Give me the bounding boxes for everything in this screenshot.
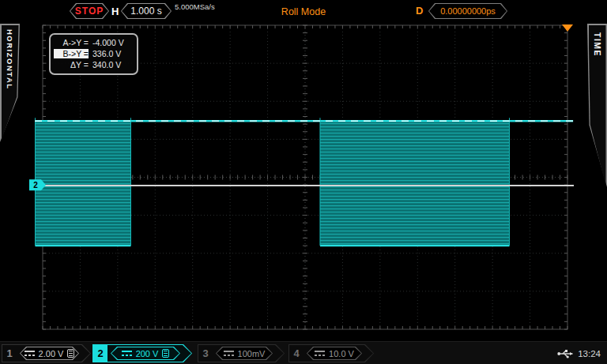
top-status-bar: STOP H 1.000 s 5.000MSa/s Roll Mode D 0.… bbox=[0, 0, 607, 23]
channel-4-indicator[interactable]: 4 10.0 V bbox=[288, 344, 374, 362]
usb-icon bbox=[557, 349, 575, 358]
trigger-position-icon[interactable] bbox=[562, 24, 573, 32]
channel-3-scale: 100mV bbox=[238, 349, 266, 358]
clock: 13:24 bbox=[578, 349, 601, 358]
channel-2-scale-box: 200 V bbox=[111, 347, 180, 360]
channel-3-indicator[interactable]: 3 100mV bbox=[198, 344, 285, 362]
channel-1-indicator[interactable]: 1 2.00 V bbox=[2, 344, 91, 362]
cursor-a-label: A->Y = bbox=[54, 38, 89, 47]
channel-4-number: 4 bbox=[289, 347, 304, 359]
oscilloscope-screen: 2 STOP H 1.000 s 5.000MSa/s Roll Mode D … bbox=[0, 0, 607, 364]
cursor-readout-box[interactable]: A->Y = -4.000 V B->Y = 336.0 V ΔY = 340.… bbox=[49, 33, 138, 75]
bw-limit-icon bbox=[67, 349, 74, 358]
dc-coupling-icon bbox=[315, 350, 325, 357]
channel-status-bar: 1 2.00 V 2 200 V bbox=[0, 341, 607, 364]
dc-coupling-icon bbox=[224, 350, 234, 357]
cursor-delta-label: ΔY = bbox=[54, 60, 89, 69]
channel-4-scale-box: 10.0 V bbox=[307, 347, 362, 360]
channel-2-indicator[interactable]: 2 200 V bbox=[92, 344, 192, 362]
channel-1-body: 1 2.00 V bbox=[2, 345, 90, 362]
tab-horizontal-label: HORIZONTAL bbox=[6, 29, 14, 90]
channel-1-scale-box: 2.00 V bbox=[20, 347, 79, 360]
channel-2-scale: 200 V bbox=[136, 349, 159, 358]
status-area: 13:24 bbox=[557, 342, 601, 364]
channel-1-scale: 2.00 V bbox=[39, 349, 64, 358]
cursor-a-value: -4.000 V bbox=[92, 38, 124, 47]
channel-1-number: 1 bbox=[2, 347, 17, 359]
channel-4-scale: 10.0 V bbox=[329, 349, 354, 358]
delay-d-label: D bbox=[416, 5, 423, 17]
dc-coupling-icon bbox=[122, 350, 132, 357]
trigger-delay-box[interactable]: 0.00000000ps bbox=[428, 3, 507, 19]
cursor-row-b: B->Y = 336.0 V bbox=[54, 48, 134, 59]
cursor-b-label: B->Y = bbox=[54, 49, 89, 58]
tab-horizontal[interactable]: HORIZONTAL bbox=[0, 24, 20, 142]
channel-4-body: 4 10.0 V bbox=[289, 345, 373, 362]
trigger-delay-value: 0.00000000ps bbox=[440, 6, 496, 16]
channel-3-number: 3 bbox=[198, 347, 213, 359]
tab-time[interactable]: TIME bbox=[587, 24, 607, 187]
dc-coupling-icon bbox=[25, 350, 35, 357]
channel-2-number: 2 bbox=[93, 345, 107, 362]
cursor-delta-value: 340.0 V bbox=[92, 60, 121, 69]
acquisition-mode: Roll Mode bbox=[0, 6, 607, 17]
channel-3-body: 3 100mV bbox=[198, 345, 284, 362]
cursor-delta-row: ΔY = 340.0 V bbox=[54, 59, 134, 70]
channel-2-body: 2 200 V bbox=[93, 345, 191, 362]
cursor-b-value: 336.0 V bbox=[92, 49, 121, 58]
channel-3-scale-box: 100mV bbox=[216, 347, 273, 360]
ch2-trace bbox=[36, 118, 574, 246]
svg-text:2: 2 bbox=[33, 181, 38, 190]
cursor-row-a: A->Y = -4.000 V bbox=[54, 37, 134, 48]
bw-limit-icon bbox=[162, 349, 169, 358]
tab-time-label: TIME bbox=[593, 32, 602, 57]
